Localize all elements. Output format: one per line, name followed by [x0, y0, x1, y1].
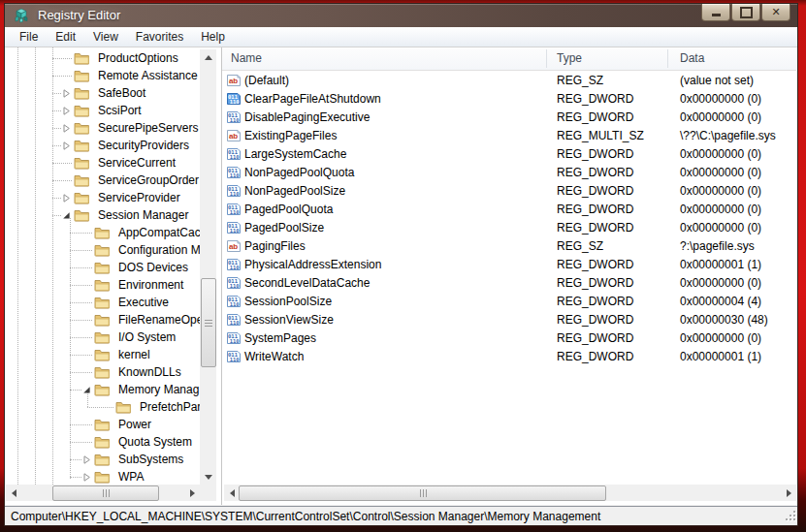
list-column-header: Name Type Data — [222, 47, 796, 71]
tree-connector — [52, 215, 61, 216]
tree-item-subsystems[interactable]: SubSystems — [6, 451, 221, 468]
value-name: PagedPoolQuota — [244, 203, 333, 216]
close-button[interactable]: ✕ — [761, 4, 790, 21]
tree-item-dos-devices[interactable]: DOS Devices — [6, 259, 221, 276]
expand-icon[interactable] — [62, 194, 71, 203]
menu-item-view[interactable]: View — [84, 29, 127, 46]
tree-item-safeboot[interactable]: SafeBoot — [6, 84, 221, 102]
tree-connector — [87, 407, 113, 408]
tree-item-kernel[interactable]: kernel — [6, 346, 221, 363]
tree-item-label: Memory Manag — [118, 383, 199, 396]
status-bar: Computer\HKEY_LOCAL_MACHINE\SYSTEM\Curre… — [5, 506, 797, 525]
value-row-existingpagefiles[interactable]: abExistingPageFilesREG_MULTI_SZ\??\C:\pa… — [222, 127, 796, 145]
folder-icon — [94, 296, 110, 309]
scroll-down-button[interactable] — [200, 469, 216, 485]
value-row-secondleveldatacache[interactable]: 011110SecondLevelDataCacheREG_DWORD0x000… — [222, 274, 796, 293]
collapse-icon[interactable] — [82, 386, 91, 394]
dword-value-icon: 011110 — [227, 221, 241, 235]
expand-icon[interactable] — [62, 107, 71, 115]
maximize-button[interactable] — [731, 4, 760, 21]
tree-item-wpa[interactable]: WPA — [6, 468, 221, 485]
tree-item-knowndlls[interactable]: KnownDLLs — [6, 363, 221, 381]
value-row-nonpagedpoolquota[interactable]: 011110NonPagedPoolQuotaREG_DWORD0x000000… — [222, 164, 796, 182]
tree-item-servicecurrent[interactable]: ServiceCurrent — [6, 154, 221, 172]
scroll-left-button[interactable] — [224, 485, 240, 501]
tree-item-quota-system[interactable]: Quota System — [6, 433, 221, 451]
value-row-physicaladdressextension[interactable]: 011110PhysicalAddressExtensionREG_DWORD0… — [222, 256, 796, 274]
value-name: PhysicalAddressExtension — [244, 258, 381, 271]
scroll-right-button[interactable] — [184, 485, 200, 501]
minimize-button[interactable] — [701, 4, 730, 21]
value-row-nonpagedpoolsize[interactable]: 011110NonPagedPoolSizeREG_DWORD0x0000000… — [222, 182, 796, 201]
value-row-writewatch[interactable]: 011110WriteWatchREG_DWORD0x00000001 (1) — [222, 348, 796, 366]
tree-item-label: Remote Assistance — [98, 69, 198, 82]
value-row-pagingfiles[interactable]: abPagingFilesREG_SZ?:\pagefile.sys — [222, 237, 796, 256]
scroll-up-button[interactable] — [200, 49, 216, 65]
value-row-sessionpoolsize[interactable]: 011110SessionPoolSizeREG_DWORD0x00000004… — [222, 293, 796, 311]
expand-icon[interactable] — [62, 141, 71, 150]
value-data: 0x00000000 (0) — [680, 221, 761, 235]
value-row-systempages[interactable]: 011110SystemPagesREG_DWORD0x00000000 (0) — [222, 329, 796, 348]
tree-item-environment[interactable]: Environment — [6, 276, 221, 294]
list-horizontal-scrollbar[interactable] — [224, 485, 796, 501]
tree-item-i-o-system[interactable]: I/O System — [6, 329, 221, 346]
resize-grip-icon[interactable] — [783, 511, 795, 523]
value-row-largesystemcache[interactable]: 011110LargeSystemCacheREG_DWORD0x0000000… — [222, 145, 796, 164]
tree-item-memory-manag[interactable]: Memory Manag — [6, 381, 221, 398]
tree-item-label: I/O System — [118, 330, 176, 344]
tree-item-configuration-m[interactable]: Configuration M — [6, 241, 221, 259]
folder-icon — [94, 383, 110, 396]
title-bar[interactable]: Registry Editor ✕ — [5, 4, 797, 27]
column-resize-handle[interactable] — [667, 49, 668, 68]
folder-icon — [94, 453, 110, 466]
scrollbar-thumb[interactable] — [52, 485, 159, 501]
scrollbar-thumb[interactable] — [239, 485, 606, 501]
expand-icon[interactable] — [82, 455, 91, 464]
tree-item-appcompatcac[interactable]: AppCompatCac — [6, 224, 221, 241]
value-row-clearpagefileatshutdown[interactable]: 011110ClearPageFileAtShutdownREG_DWORD0x… — [222, 90, 796, 109]
tree-item-securityproviders[interactable]: SecurityProviders — [6, 137, 221, 154]
folder-icon — [74, 51, 89, 65]
expand-icon[interactable] — [62, 89, 71, 98]
value-name: NonPagedPoolQuota — [244, 166, 354, 179]
value-row-sessionviewsize[interactable]: 011110SessionViewSizeREG_DWORD0x00000030… — [222, 311, 796, 329]
folder-icon — [115, 400, 131, 414]
tree-item-session-manager[interactable]: Session Manager — [6, 206, 221, 224]
folder-icon — [94, 330, 110, 344]
tree-item-securepipeservers[interactable]: SecurePipeServers — [6, 119, 221, 137]
collapse-icon[interactable] — [62, 211, 71, 220]
column-header-data[interactable]: Data — [680, 51, 704, 65]
tree-item-servicegrouporder[interactable]: ServiceGroupOrder — [6, 172, 221, 189]
value-row-pagedpoolquota[interactable]: 011110PagedPoolQuotaREG_DWORD0x00000000 … — [222, 201, 796, 219]
tree-item-prefetchpara[interactable]: PrefetchPara — [6, 398, 221, 416]
column-header-type[interactable]: Type — [557, 51, 582, 65]
menu-item-help[interactable]: Help — [192, 29, 234, 46]
column-header-name[interactable]: Name — [231, 51, 262, 65]
dword-value-icon: 011110 — [227, 258, 241, 271]
value-row--default-[interactable]: ab(Default)REG_SZ(value not set) — [222, 72, 796, 90]
menu-item-edit[interactable]: Edit — [47, 29, 84, 46]
tree-item-filerenameope[interactable]: FileRenameOpe — [6, 311, 221, 329]
tree-item-executive[interactable]: Executive — [6, 294, 221, 311]
value-row-pagedpoolsize[interactable]: 011110PagedPoolSizeREG_DWORD0x00000000 (… — [222, 219, 796, 237]
tree-vertical-scrollbar[interactable] — [200, 49, 216, 485]
tree-item-label: Environment — [118, 278, 183, 292]
tree-item-scsiport[interactable]: ScsiPort — [6, 102, 221, 119]
tree-item-serviceprovider[interactable]: ServiceProvider — [6, 189, 221, 206]
tree-item-remote-assistance[interactable]: Remote Assistance — [6, 67, 221, 84]
svg-text:110: 110 — [230, 209, 240, 215]
tree-horizontal-scrollbar[interactable] — [6, 485, 200, 501]
tree-item-power[interactable]: Power — [6, 416, 221, 433]
scrollbar-thumb[interactable] — [201, 278, 216, 367]
scroll-left-button[interactable] — [6, 485, 21, 501]
menu-item-favorites[interactable]: Favorites — [127, 29, 192, 46]
arrow-left-icon — [230, 489, 235, 497]
column-resize-handle[interactable] — [546, 49, 547, 68]
scroll-right-button[interactable] — [781, 485, 796, 501]
regedit-icon — [14, 8, 29, 23]
menu-item-file[interactable]: File — [11, 29, 47, 46]
expand-icon[interactable] — [82, 473, 91, 482]
value-row-disablepagingexecutive[interactable]: 011110DisablePagingExecutiveREG_DWORD0x0… — [222, 109, 796, 127]
expand-icon[interactable] — [62, 124, 71, 133]
tree-item-productoptions[interactable]: ProductOptions — [6, 49, 221, 67]
